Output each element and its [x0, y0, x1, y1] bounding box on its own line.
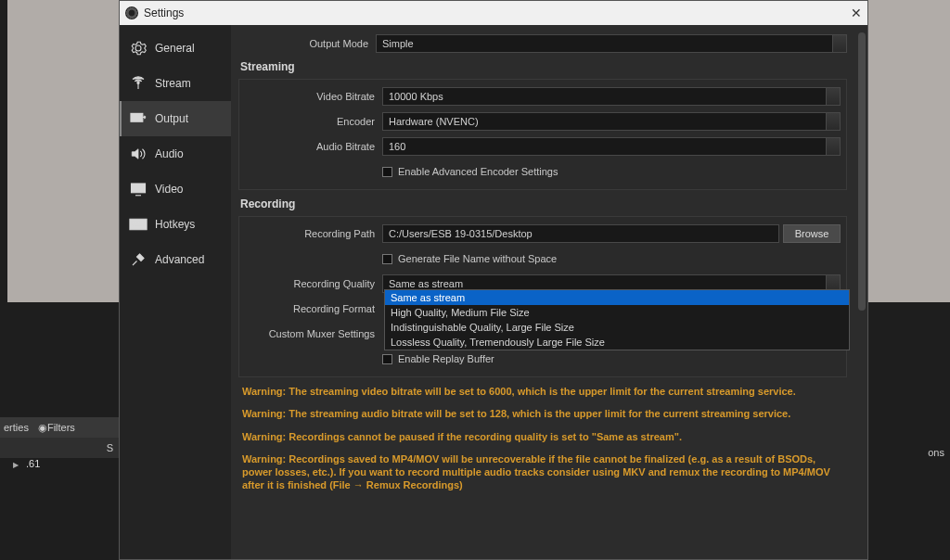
- enable-advanced-encoder-label: Enable Advanced Encoder Settings: [398, 166, 558, 177]
- recording-quality-label: Recording Quality: [245, 278, 382, 289]
- settings-dialog: Settings ✕ General Stream Output Audio: [119, 0, 868, 560]
- svg-rect-1: [131, 113, 143, 121]
- sidebar-item-label: Output: [155, 112, 188, 125]
- close-icon[interactable]: ✕: [851, 6, 862, 20]
- gear-icon: [129, 40, 148, 57]
- enable-replay-buffer-checkbox[interactable]: Enable Replay Buffer: [382, 353, 494, 364]
- enable-advanced-encoder-checkbox[interactable]: Enable Advanced Encoder Settings: [382, 166, 558, 177]
- recording-path-input[interactable]: C:/Users/ESB 19-0315/Desktop: [382, 224, 779, 243]
- warning-text: Warning: Recordings saved to MP4/MOV wil…: [242, 452, 843, 492]
- encoder-label: Encoder: [245, 116, 382, 127]
- sidebar-item-label: Stream: [155, 77, 191, 90]
- streaming-panel: Video Bitrate 10000 Kbps Encoder Hardwar…: [238, 79, 847, 190]
- sidebar-item-advanced[interactable]: Advanced: [120, 242, 231, 277]
- recording-quality-dropdown[interactable]: Same as stream High Quality, Medium File…: [384, 289, 850, 350]
- sidebar-item-hotkeys[interactable]: Hotkeys: [120, 207, 231, 242]
- sidebar-item-label: General: [155, 42, 195, 55]
- speaker-icon: [129, 146, 148, 162]
- monitor-arrow-icon: [129, 110, 148, 127]
- output-mode-select[interactable]: Simple: [376, 34, 847, 53]
- dropdown-option-indistinguishable[interactable]: Indistinguishable Quality, Large File Si…: [385, 320, 849, 335]
- sidebar-item-output[interactable]: Output: [120, 101, 231, 136]
- output-mode-label: Output Mode: [238, 38, 376, 49]
- backdrop-right-fragment: ons: [928, 447, 944, 458]
- warning-text: Warning: The streaming audio bitrate wil…: [242, 407, 843, 420]
- enable-replay-buffer-label: Enable Replay Buffer: [398, 353, 494, 364]
- backdrop-column-header: S: [0, 438, 121, 458]
- video-bitrate-input[interactable]: 10000 Kbps: [382, 87, 841, 106]
- warning-text: Warning: The streaming video bitrate wil…: [242, 385, 843, 398]
- monitor-icon: [129, 181, 148, 197]
- sidebar-item-stream[interactable]: Stream: [120, 66, 231, 101]
- antenna-icon: [129, 75, 148, 92]
- checkbox-icon: [382, 354, 392, 364]
- sidebar-item-label: Audio: [155, 147, 184, 160]
- checkbox-icon: [382, 167, 392, 177]
- titlebar: Settings ✕: [120, 1, 867, 25]
- backdrop-tabs: erties ◉ Filters: [0, 417, 121, 438]
- audio-bitrate-select[interactable]: 160: [382, 137, 841, 156]
- sidebar-item-label: Hotkeys: [155, 218, 195, 231]
- dropdown-option-high-quality[interactable]: High Quality, Medium File Size: [385, 305, 849, 320]
- browse-button[interactable]: Browse: [783, 224, 841, 243]
- sidebar-item-video[interactable]: Video: [120, 172, 231, 207]
- svg-point-0: [137, 82, 139, 83]
- recording-path-label: Recording Path: [245, 228, 382, 239]
- settings-content: Output Mode Simple Streaming Video Bitra…: [231, 25, 867, 559]
- keyboard-icon: [129, 216, 148, 233]
- recording-panel: Recording Path C:/Users/ESB 19-0315/Desk…: [238, 216, 847, 377]
- dropdown-option-same-as-stream[interactable]: Same as stream: [385, 290, 849, 305]
- recording-section-title: Recording: [240, 197, 847, 210]
- tools-icon: [129, 251, 148, 268]
- filters-tab[interactable]: ◉ Filters: [38, 422, 84, 434]
- video-bitrate-label: Video Bitrate: [245, 91, 382, 102]
- custom-muxer-label: Custom Muxer Settings: [245, 328, 382, 339]
- svg-rect-3: [130, 219, 147, 230]
- generate-filename-no-space-checkbox[interactable]: Generate File Name without Space: [382, 253, 557, 264]
- vertical-scrollbar[interactable]: [858, 32, 866, 311]
- audio-bitrate-label: Audio Bitrate: [245, 141, 382, 152]
- settings-sidebar: General Stream Output Audio Video Hotkey…: [120, 25, 231, 559]
- sidebar-item-label: Advanced: [155, 253, 204, 266]
- encoder-select[interactable]: Hardware (NVENC): [382, 112, 841, 131]
- warning-text: Warning: Recordings cannot be paused if …: [242, 430, 843, 443]
- sidebar-item-general[interactable]: General: [120, 31, 231, 66]
- properties-tab-fragment[interactable]: erties: [4, 422, 29, 433]
- sidebar-item-label: Video: [155, 183, 183, 196]
- streaming-section-title: Streaming: [240, 60, 847, 73]
- warnings-block: Warning: The streaming video bitrate wil…: [238, 385, 847, 492]
- svg-rect-2: [132, 184, 146, 193]
- dropdown-option-lossless[interactable]: Lossless Quality, Tremendously Large Fil…: [385, 335, 849, 350]
- obs-icon: [125, 6, 138, 19]
- checkbox-icon: [382, 254, 392, 264]
- sidebar-item-audio[interactable]: Audio: [120, 136, 231, 172]
- generate-filename-no-space-label: Generate File Name without Space: [398, 253, 557, 264]
- scene-item-61[interactable]: .61: [13, 458, 40, 469]
- dialog-title: Settings: [144, 6, 184, 19]
- recording-format-label: Recording Format: [245, 303, 382, 314]
